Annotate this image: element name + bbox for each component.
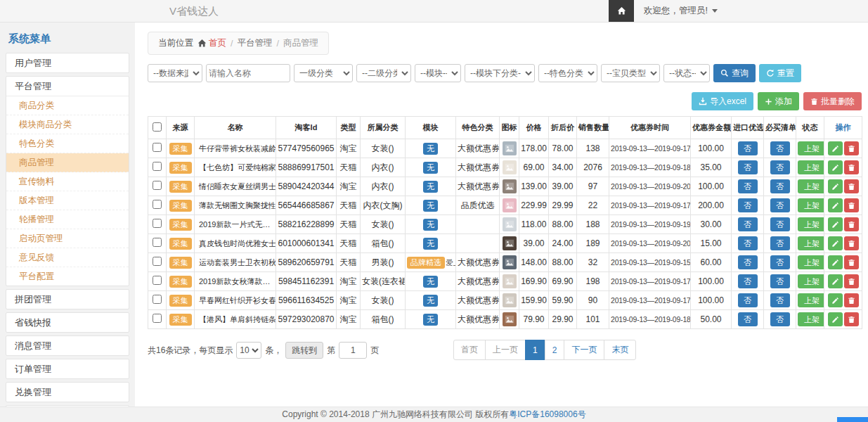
edit-button[interactable] xyxy=(828,236,843,250)
filter-status[interactable]: --状态-- xyxy=(663,64,710,82)
must-buy-toggle[interactable]: 否 xyxy=(770,274,790,288)
delete-button[interactable] xyxy=(844,179,859,193)
sidebar-item[interactable]: 消息管理 xyxy=(6,336,129,355)
sidebar-subitem[interactable]: 模块商品分类 xyxy=(6,115,129,134)
delete-button[interactable] xyxy=(844,160,859,174)
status-button[interactable]: 上架 xyxy=(798,293,824,307)
page-number-input[interactable] xyxy=(339,342,367,359)
row-checkbox[interactable] xyxy=(153,162,162,171)
per-page-select[interactable]: 10 xyxy=(236,342,261,359)
add-button[interactable]: 添加 xyxy=(758,92,799,110)
row-checkbox[interactable] xyxy=(153,238,162,247)
row-checkbox[interactable] xyxy=(153,219,162,228)
filter-module[interactable]: --模块-- xyxy=(415,64,461,82)
must-buy-toggle[interactable]: 否 xyxy=(770,236,790,250)
import-select-toggle[interactable]: 否 xyxy=(738,179,758,193)
jump-button[interactable]: 跳转到 xyxy=(285,342,323,359)
filter-data-source[interactable]: --数据来源-- xyxy=(148,64,202,82)
page-button-next[interactable]: 下一页 xyxy=(564,340,604,360)
delete-button[interactable] xyxy=(844,255,859,269)
must-buy-toggle[interactable]: 否 xyxy=(770,255,790,269)
sidebar-item[interactable]: 省钱快报 xyxy=(6,313,129,332)
delete-button[interactable] xyxy=(844,198,859,212)
query-button[interactable]: 查询 xyxy=(713,64,756,82)
status-button[interactable]: 上架 xyxy=(798,179,824,193)
edit-button[interactable] xyxy=(828,160,843,174)
import-select-toggle[interactable]: 否 xyxy=(738,217,758,231)
page-button-prev[interactable]: 上一页 xyxy=(485,340,526,360)
import-select-toggle[interactable]: 否 xyxy=(738,160,758,174)
sidebar-subitem[interactable]: 商品分类 xyxy=(6,96,129,115)
import-select-toggle[interactable]: 否 xyxy=(738,255,758,269)
row-checkbox[interactable] xyxy=(153,314,162,323)
page-button-first[interactable]: 首页 xyxy=(453,340,486,360)
sidebar-subitem[interactable]: 宣传物料 xyxy=(6,172,129,191)
row-checkbox[interactable] xyxy=(153,276,162,285)
sidebar-subitem[interactable]: 版本管理 xyxy=(6,191,129,210)
row-checkbox[interactable] xyxy=(153,143,162,152)
delete-button[interactable] xyxy=(844,217,859,231)
import-select-toggle[interactable]: 否 xyxy=(738,236,758,250)
filter-item-type[interactable]: --宝贝类型-- xyxy=(601,64,660,82)
status-button[interactable]: 上架 xyxy=(798,312,824,326)
sidebar-subitem[interactable]: 商品管理 xyxy=(6,153,129,172)
filter-category-level1[interactable]: 一级分类 xyxy=(294,64,353,82)
status-button[interactable]: 上架 xyxy=(798,217,824,231)
must-buy-toggle[interactable]: 否 xyxy=(770,217,790,231)
delete-button[interactable] xyxy=(844,293,859,307)
delete-button[interactable] xyxy=(844,141,859,155)
status-button[interactable]: 上架 xyxy=(798,198,824,212)
sidebar-subitem[interactable]: 意见反馈 xyxy=(6,248,129,267)
status-button[interactable]: 上架 xyxy=(798,274,824,288)
breadcrumb-home-link[interactable]: 首页 xyxy=(209,37,226,49)
edit-button[interactable] xyxy=(828,255,843,269)
page-button-page-1[interactable]: 1 xyxy=(525,340,545,360)
must-buy-toggle[interactable]: 否 xyxy=(770,179,790,193)
must-buy-toggle[interactable]: 否 xyxy=(770,141,790,155)
filter-feature-category[interactable]: --特色分类-- xyxy=(538,64,597,82)
must-buy-toggle[interactable]: 否 xyxy=(770,198,790,212)
must-buy-toggle[interactable]: 否 xyxy=(770,160,790,174)
sidebar-item[interactable]: 用户管理 xyxy=(6,53,129,72)
import-select-toggle[interactable]: 否 xyxy=(738,312,758,326)
row-checkbox[interactable] xyxy=(153,257,162,266)
edit-button[interactable] xyxy=(828,198,843,212)
import-select-toggle[interactable]: 否 xyxy=(738,198,758,212)
must-buy-toggle[interactable]: 否 xyxy=(770,312,790,326)
sidebar-item[interactable]: 平台管理 xyxy=(6,77,129,96)
sidebar-subitem[interactable]: 启动页管理 xyxy=(6,229,129,248)
row-checkbox[interactable] xyxy=(153,295,162,304)
home-button[interactable] xyxy=(609,0,634,22)
filter-category-level2[interactable]: --二级分类-- xyxy=(356,64,411,82)
edit-button[interactable] xyxy=(828,274,843,288)
user-menu[interactable]: 欢迎您，管理员! xyxy=(634,0,727,22)
select-all-checkbox[interactable] xyxy=(153,122,162,132)
batch-delete-button[interactable]: 批量删除 xyxy=(803,92,862,110)
row-checkbox[interactable] xyxy=(153,181,162,190)
row-checkbox[interactable] xyxy=(153,200,162,209)
icp-link[interactable]: 粤ICP备16098006号 xyxy=(509,409,585,419)
status-button[interactable]: 上架 xyxy=(798,255,824,269)
import-select-toggle[interactable]: 否 xyxy=(738,274,758,288)
sidebar-item[interactable]: 订单管理 xyxy=(6,359,129,378)
edit-button[interactable] xyxy=(828,293,843,307)
edit-button[interactable] xyxy=(828,312,843,326)
delete-button[interactable] xyxy=(844,312,859,326)
import-excel-button[interactable]: 导入excel xyxy=(692,92,753,110)
import-select-toggle[interactable]: 否 xyxy=(738,141,758,155)
edit-button[interactable] xyxy=(828,141,843,155)
sidebar-subitem[interactable]: 特色分类 xyxy=(6,134,129,153)
page-button-page-2[interactable]: 2 xyxy=(545,340,565,360)
breadcrumb-platform-link[interactable]: 平台管理 xyxy=(237,37,272,49)
status-button[interactable]: 上架 xyxy=(798,236,824,250)
filter-module-subcategory[interactable]: --模块下分类-- xyxy=(465,64,535,82)
status-button[interactable]: 上架 xyxy=(798,141,824,155)
filter-name-input[interactable] xyxy=(206,64,290,82)
delete-button[interactable] xyxy=(844,236,859,250)
page-button-last[interactable]: 末页 xyxy=(604,340,636,360)
sidebar-subitem[interactable]: 平台配置 xyxy=(6,267,129,286)
import-select-toggle[interactable]: 否 xyxy=(738,293,758,307)
sidebar-item[interactable]: 拼团管理 xyxy=(6,290,129,309)
sidebar-item[interactable]: 兑换管理 xyxy=(6,383,129,402)
status-button[interactable]: 上架 xyxy=(798,160,824,174)
